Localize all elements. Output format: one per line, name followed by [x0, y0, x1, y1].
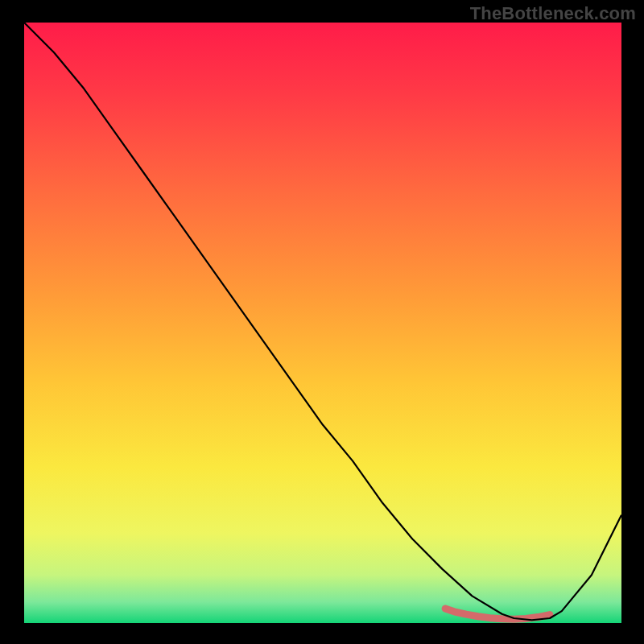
chart-container: TheBottleneck.com [0, 0, 644, 644]
bottleneck-chart [0, 0, 644, 644]
watermark-text: TheBottleneck.com [470, 3, 636, 24]
plot-background [24, 23, 621, 623]
